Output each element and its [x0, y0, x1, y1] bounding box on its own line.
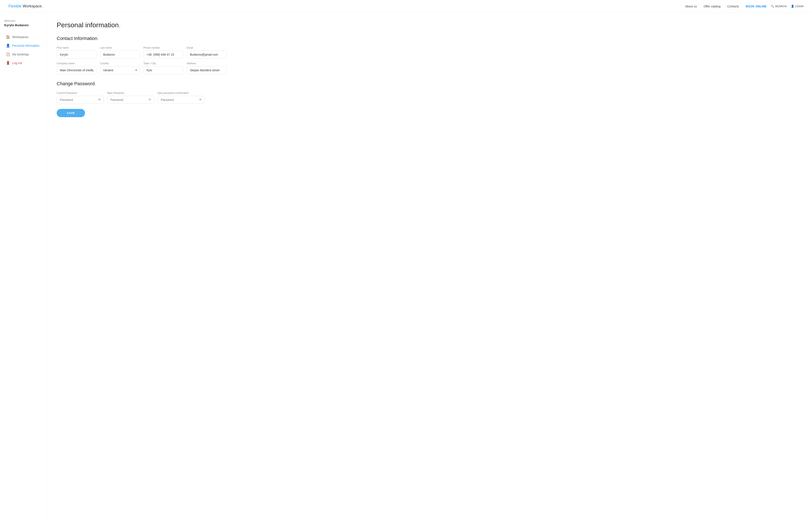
- bookings-icon: 📋: [6, 52, 10, 56]
- first-name-input[interactable]: [57, 51, 97, 59]
- confirm-password-wrapper: 👁: [158, 96, 205, 104]
- sidebar-nav: 🏠 Workspaces 👤 Personal information 📋 My…: [4, 33, 42, 67]
- last-name-input[interactable]: [100, 51, 140, 59]
- country-group: Country Ukraine Other ▼: [100, 62, 140, 74]
- country-label: Country: [100, 62, 140, 65]
- login-button[interactable]: 👤 LOGIN: [791, 5, 803, 8]
- home-icon: 🏠: [6, 35, 10, 39]
- sidebar-label-logout: Log out: [12, 61, 22, 65]
- new-password-group: New Password 👁: [107, 92, 154, 104]
- sidebar-label-workspaces: Workspaces: [12, 35, 29, 39]
- sidebar-label-bookings: My bookings: [12, 53, 29, 56]
- password-row: Current Password 👁 New Password 👁 New pa…: [57, 92, 205, 104]
- password-section-title: Change Password.: [57, 81, 227, 86]
- current-password-group: Current Password 👁: [57, 92, 104, 104]
- first-name-label: First name: [57, 46, 97, 49]
- last-name-group: Last name: [100, 46, 140, 59]
- city-input[interactable]: [143, 66, 183, 74]
- first-name-group: First name: [57, 46, 97, 59]
- sidebar-item-my-bookings[interactable]: 📋 My bookings: [4, 50, 42, 59]
- phone-label: Phone number: [143, 46, 183, 49]
- sidebar-label-personal: Personal information: [12, 44, 39, 47]
- confirm-password-label: New password confirmation: [158, 92, 205, 95]
- address-group: Address: [187, 62, 227, 74]
- email-input[interactable]: [187, 51, 227, 59]
- address-input[interactable]: [187, 66, 227, 74]
- new-password-input[interactable]: [107, 96, 154, 104]
- current-password-input[interactable]: [57, 96, 104, 104]
- search-icon: 🔍: [771, 5, 774, 8]
- user-icon: 👤: [791, 5, 794, 8]
- company-input[interactable]: [57, 66, 97, 74]
- sidebar-item-workspaces[interactable]: 🏠 Workspaces: [4, 33, 42, 41]
- book-online-button[interactable]: BOOK ONLINE: [746, 5, 767, 8]
- sidebar-welcome: Welcome!: [4, 19, 42, 22]
- current-password-label: Current Password: [57, 92, 104, 95]
- phone-input[interactable]: [143, 51, 183, 59]
- page-layout: Welcome! Kyrylo Budanov 🏠 Workspaces 👤 P…: [0, 13, 812, 524]
- logo-blue: Flexible: [9, 4, 21, 8]
- email-label: Email: [187, 46, 227, 49]
- main-content: Personal information. Contact Informatio…: [47, 13, 237, 524]
- main-nav: About us Offer catalog Contacts: [685, 5, 739, 8]
- email-group: Email: [187, 46, 227, 59]
- city-label: Town / City: [143, 62, 183, 65]
- page-title: Personal information.: [57, 21, 227, 29]
- person-icon: 👤: [6, 44, 10, 48]
- search-button[interactable]: 🔍 SEARCH: [771, 5, 786, 8]
- sidebar-username: Kyrylo Budanov: [4, 23, 42, 27]
- country-select-wrapper: Ukraine Other ▼: [100, 66, 140, 74]
- company-group: Company name: [57, 62, 97, 74]
- eye-icon[interactable]: 👁: [98, 98, 101, 102]
- eye-icon-confirm[interactable]: 👁: [199, 98, 202, 102]
- nav-offer[interactable]: Offer catalog: [703, 5, 720, 8]
- last-name-label: Last name: [100, 46, 140, 49]
- eye-icon-new[interactable]: 👁: [148, 98, 152, 102]
- logo[interactable]: Flexible Workspace.: [9, 4, 43, 9]
- address-label: Address: [187, 62, 227, 65]
- confirm-password-input[interactable]: [158, 96, 205, 104]
- confirm-password-group: New password confirmation 👁: [158, 92, 205, 104]
- city-group: Town / City: [143, 62, 183, 74]
- header-actions: BOOK ONLINE 🔍 SEARCH 👤 LOGIN: [746, 5, 803, 8]
- header: Flexible Workspace. About us Offer catal…: [0, 0, 812, 13]
- sidebar: Welcome! Kyrylo Budanov 🏠 Workspaces 👤 P…: [0, 13, 47, 524]
- password-section: Change Password. Current Password 👁 New …: [57, 81, 227, 117]
- logout-icon: 🚪: [6, 61, 10, 65]
- nav-contacts[interactable]: Contacts: [727, 5, 739, 8]
- country-select[interactable]: Ukraine Other: [100, 66, 140, 74]
- nav-about[interactable]: About us: [685, 5, 697, 8]
- new-password-label: New Password: [107, 92, 154, 95]
- phone-group: Phone number: [143, 46, 183, 59]
- company-label: Company name: [57, 62, 97, 65]
- sidebar-item-personal-information[interactable]: 👤 Personal information: [4, 42, 42, 50]
- current-password-wrapper: 👁: [57, 96, 104, 104]
- contact-row-2: Company name Country Ukraine Other ▼ Tow…: [57, 62, 227, 74]
- contact-row-1: First name Last name Phone number Email: [57, 46, 227, 59]
- sidebar-item-logout[interactable]: 🚪 Log out: [4, 59, 42, 67]
- save-button[interactable]: SAVE: [57, 109, 85, 117]
- new-password-wrapper: 👁: [107, 96, 154, 104]
- contact-section: Contact Information. First name Last nam…: [57, 36, 227, 74]
- contact-section-title: Contact Information.: [57, 36, 227, 41]
